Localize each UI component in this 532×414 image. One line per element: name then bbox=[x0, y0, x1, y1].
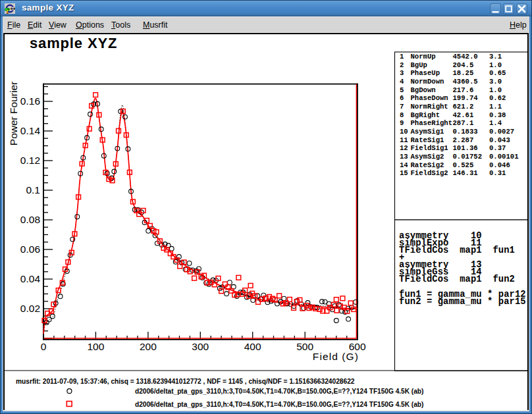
svg-text:300: 300 bbox=[192, 341, 209, 352]
svg-text:d2006/deltat_pta_gps_3110,h:3,: d2006/deltat_pta_gps_3110,h:3,T0=4.50K,T… bbox=[135, 388, 423, 395]
svg-text:++: ++ bbox=[11, 6, 15, 12]
svg-text:0.65: 0.65 bbox=[489, 69, 506, 77]
svg-text:0.525: 0.525 bbox=[453, 161, 474, 169]
svg-text:0.1: 0.1 bbox=[26, 184, 40, 195]
svg-text:11: 11 bbox=[400, 136, 408, 144]
svg-text:3.1: 3.1 bbox=[489, 53, 502, 61]
svg-text:1.0: 1.0 bbox=[489, 86, 502, 94]
svg-text:287.1: 287.1 bbox=[453, 119, 474, 127]
svg-text:fun2 = gamma_mu * par15: fun2 = gamma_mu * par15 bbox=[399, 297, 526, 307]
svg-text:NormRight: NormRight bbox=[411, 103, 448, 111]
svg-text:1.4: 1.4 bbox=[489, 119, 502, 127]
svg-text:FieldSig2: FieldSig2 bbox=[411, 169, 448, 177]
svg-text:musrfit: 2011-07-09, 15:37:46,: musrfit: 2011-07-09, 15:37:46, chisq = 1… bbox=[16, 378, 355, 385]
svg-text:3: 3 bbox=[400, 69, 404, 77]
svg-text:15: 15 bbox=[400, 169, 408, 177]
svg-text:200: 200 bbox=[140, 341, 157, 352]
svg-text:FieldSig1: FieldSig1 bbox=[411, 144, 448, 152]
svg-text:101.36: 101.36 bbox=[453, 144, 478, 152]
svg-text:6: 6 bbox=[400, 94, 404, 102]
svg-text:14: 14 bbox=[400, 161, 408, 169]
svg-text:10: 10 bbox=[400, 128, 408, 136]
svg-text:0.06: 0.06 bbox=[20, 244, 40, 255]
svg-text:0.14: 0.14 bbox=[20, 125, 41, 136]
svg-text:AsymSig1: AsymSig1 bbox=[411, 128, 444, 136]
svg-text:NormDown: NormDown bbox=[411, 78, 444, 86]
svg-text:0.12: 0.12 bbox=[20, 155, 40, 166]
svg-text:204.5: 204.5 bbox=[453, 61, 474, 69]
svg-text:RateSig1: RateSig1 bbox=[411, 136, 444, 144]
svg-text:18.25: 18.25 bbox=[453, 69, 474, 77]
svg-text:500: 500 bbox=[296, 341, 313, 352]
svg-text:13: 13 bbox=[400, 153, 408, 161]
svg-text:12: 12 bbox=[400, 144, 408, 152]
svg-text:TFieldCos map1 fun2: TFieldCos map1 fun2 bbox=[399, 274, 515, 284]
svg-text:199.74: 199.74 bbox=[453, 94, 479, 102]
svg-text:5: 5 bbox=[400, 86, 404, 94]
svg-text:621.2: 621.2 bbox=[453, 103, 474, 111]
svg-text:BgRight: BgRight bbox=[411, 111, 440, 119]
svg-text:0.0027: 0.0027 bbox=[489, 128, 514, 136]
svg-text:PhaseRight: PhaseRight bbox=[411, 119, 453, 127]
svg-text:100: 100 bbox=[87, 341, 104, 352]
svg-text:0.046: 0.046 bbox=[489, 161, 510, 169]
svg-text:Field (G): Field (G) bbox=[313, 351, 359, 362]
svg-text:217.6: 217.6 bbox=[453, 86, 474, 94]
svg-text:0.38: 0.38 bbox=[489, 111, 506, 119]
svg-text:0.04: 0.04 bbox=[20, 273, 41, 284]
svg-text:RateSig2: RateSig2 bbox=[411, 161, 444, 169]
svg-text:BgUp: BgUp bbox=[411, 61, 427, 69]
svg-text:4542.0: 4542.0 bbox=[453, 53, 478, 61]
svg-text:7: 7 bbox=[400, 103, 404, 111]
svg-text:0.16: 0.16 bbox=[20, 95, 40, 107]
svg-text:PhaseUp: PhaseUp bbox=[411, 69, 440, 77]
svg-text:42.61: 42.61 bbox=[453, 111, 474, 119]
svg-text:0.00101: 0.00101 bbox=[489, 153, 519, 161]
svg-text:sample XYZ: sample XYZ bbox=[30, 35, 117, 51]
svg-text:0: 0 bbox=[41, 341, 47, 352]
svg-text:3.0: 3.0 bbox=[489, 78, 502, 86]
svg-text:Power Fourier: Power Fourier bbox=[8, 82, 19, 145]
svg-text:2.287: 2.287 bbox=[453, 136, 474, 144]
svg-text:TFieldCos map1 fun1: TFieldCos map1 fun1 bbox=[399, 246, 515, 255]
svg-text:4360.5: 4360.5 bbox=[453, 78, 478, 86]
svg-text:400: 400 bbox=[244, 341, 261, 352]
svg-text:1.0: 1.0 bbox=[489, 61, 502, 69]
svg-text:NormUp: NormUp bbox=[411, 53, 436, 61]
svg-text:0.01752: 0.01752 bbox=[453, 153, 483, 161]
svg-text:146.31: 146.31 bbox=[453, 169, 478, 177]
svg-text:0.37: 0.37 bbox=[489, 144, 506, 152]
svg-text:0.043: 0.043 bbox=[489, 136, 510, 144]
svg-text:4: 4 bbox=[400, 78, 404, 86]
svg-text:BgDown: BgDown bbox=[411, 86, 436, 94]
svg-text:8: 8 bbox=[400, 111, 404, 119]
svg-text:d2006/deltat_pta_gps_3110,h:4,: d2006/deltat_pta_gps_3110,h:4,T0=4.50K,T… bbox=[135, 401, 423, 408]
svg-text:0.62: 0.62 bbox=[489, 94, 506, 102]
svg-text:AsymSig2: AsymSig2 bbox=[411, 153, 444, 161]
svg-text:9: 9 bbox=[400, 119, 404, 127]
svg-text:0.31: 0.31 bbox=[489, 169, 506, 177]
svg-text:2: 2 bbox=[400, 61, 404, 69]
svg-text:PhaseDown: PhaseDown bbox=[411, 94, 448, 102]
svg-text:0.08: 0.08 bbox=[20, 214, 40, 225]
svg-text:1: 1 bbox=[400, 53, 404, 61]
svg-text:0.02: 0.02 bbox=[20, 303, 40, 314]
svg-text:0.1833: 0.1833 bbox=[453, 128, 478, 136]
svg-text:1.1: 1.1 bbox=[489, 103, 502, 111]
